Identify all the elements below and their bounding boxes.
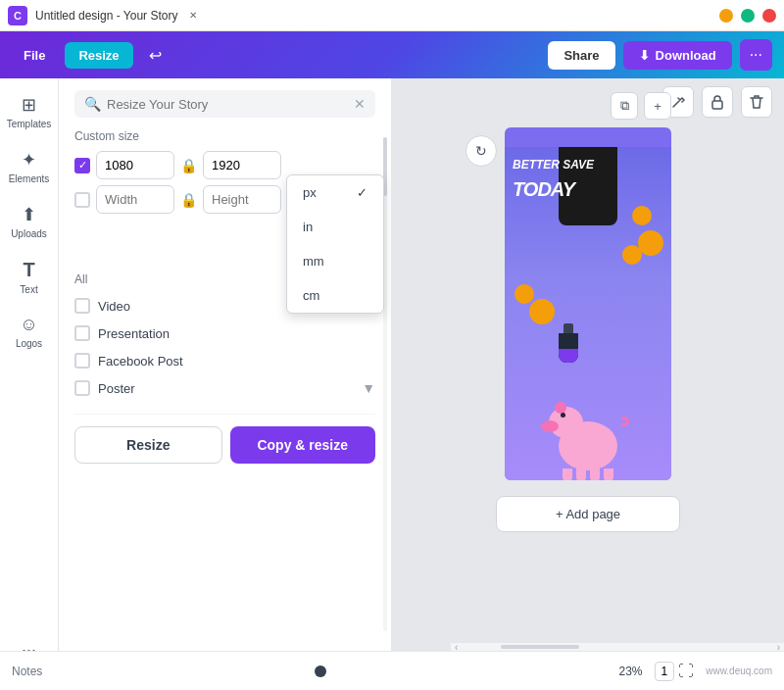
download-btn[interactable]: ⬇ Download <box>623 41 732 70</box>
second-size-checkbox[interactable] <box>74 192 90 208</box>
window-controls <box>719 9 776 23</box>
unit-option-px[interactable]: px ✓ <box>287 175 383 210</box>
width-input[interactable] <box>96 151 174 179</box>
uploads-icon: ⬆ <box>22 204 36 225</box>
height-input[interactable] <box>203 151 281 179</box>
close-btn[interactable] <box>762 9 776 23</box>
bottom-scrollbar: ‹ › <box>451 643 784 651</box>
canvas-text-better: BETTER SAVE <box>513 159 594 172</box>
search-input[interactable] <box>107 97 354 112</box>
poster-checkbox[interactable] <box>74 380 90 396</box>
presentation-label: Presentation <box>98 326 170 341</box>
sidebar-item-templates[interactable]: ⊞ Templates <box>4 86 55 137</box>
maximize-btn[interactable] <box>741 9 755 23</box>
canvas-text-today: TODAY <box>513 178 574 201</box>
unit-cm-label: cm <box>303 288 319 303</box>
tab-close-btn[interactable]: ✕ <box>185 8 201 24</box>
flask <box>559 323 578 363</box>
sidebar-item-elements-label: Elements <box>9 173 50 184</box>
tab-title: Untitled design - Your Story <box>35 9 177 23</box>
fullscreen-btn[interactable]: ⛶ <box>678 663 694 680</box>
unit-px-label: px <box>303 185 317 200</box>
elements-icon: ✦ <box>22 149 36 171</box>
sidebar-item-uploads[interactable]: ⬆ Uploads <box>4 196 55 247</box>
notes-label: Notes <box>12 665 42 678</box>
resize-option-facebook-post[interactable]: Facebook Post <box>74 347 375 374</box>
resize-option-presentation[interactable]: Presentation <box>74 320 375 347</box>
text-icon: T <box>23 259 34 281</box>
sidebar-item-logos[interactable]: ☺ Logos <box>4 307 55 357</box>
top-toolbar: File Resize ↩ Share ⬇ Download ··· <box>0 31 784 78</box>
lock-canvas-btn[interactable] <box>702 86 733 118</box>
video-label: Video <box>98 299 130 314</box>
add-page-btn[interactable]: + Add page <box>496 496 680 532</box>
height-input-2[interactable] <box>203 185 281 214</box>
resize-action-btn[interactable]: Resize <box>74 426 222 464</box>
video-checkbox[interactable] <box>74 298 90 314</box>
resize-option-poster[interactable]: Poster ▼ <box>74 374 375 402</box>
unit-option-cm[interactable]: cm <box>287 278 383 313</box>
refresh-btn[interactable]: ↻ <box>466 135 497 167</box>
canvas-top-icons: ⧉ + <box>611 92 671 120</box>
sidebar-item-uploads-label: Uploads <box>11 228 47 239</box>
sidebar-item-text[interactable]: T Text <box>4 251 55 303</box>
secondary-toolbar <box>662 86 772 118</box>
page-indicator-btn[interactable]: 1 <box>655 662 675 681</box>
search-bar[interactable]: 🔍 ✕ <box>74 90 375 118</box>
sidebar-item-logos-label: Logos <box>16 338 42 349</box>
svg-rect-0 <box>712 101 722 109</box>
add-canvas-btn[interactable]: + <box>644 92 671 120</box>
resize-panel: 🔍 ✕ Custom size ✓ 🔒 🔒 px ✓ in <box>59 78 392 690</box>
coin-2 <box>638 230 663 256</box>
logos-icon: ☺ <box>20 315 37 335</box>
zoom-level: 23% <box>618 665 642 678</box>
presentation-checkbox[interactable] <box>74 325 90 341</box>
sidebar-item-elements[interactable]: ✦ Elements <box>4 141 55 192</box>
left-sidebar: ⊞ Templates ✦ Elements ⬆ Uploads T Text … <box>0 78 59 690</box>
download-icon: ⬇ <box>639 48 650 63</box>
canvas-wrapper: ↻ ⧉ + BETTER SAVE TODAY <box>505 127 671 480</box>
clear-search-icon[interactable]: ✕ <box>354 96 366 112</box>
share-btn[interactable]: Share <box>548 41 614 70</box>
file-menu-btn[interactable]: File <box>12 42 57 69</box>
coin-5 <box>529 299 555 324</box>
unit-option-in[interactable]: in <box>287 210 383 244</box>
canvas-area: ↻ ⧉ + BETTER SAVE TODAY <box>392 78 784 690</box>
coin-4 <box>514 284 534 304</box>
poster-chevron: ▼ <box>362 380 375 396</box>
sidebar-item-templates-label: Templates <box>7 119 52 129</box>
scroll-thumb[interactable] <box>501 645 579 649</box>
app-logo: C <box>8 6 27 25</box>
undo-btn[interactable]: ↩ <box>141 42 170 69</box>
lock-icon-2: 🔒 <box>180 192 197 208</box>
width-input-2[interactable] <box>96 185 174 214</box>
unit-in-label: in <box>303 220 313 234</box>
title-bar: C Untitled design - Your Story ✕ <box>0 0 784 31</box>
custom-size-label: Custom size <box>74 129 375 143</box>
more-options-btn[interactable]: ··· <box>740 39 772 71</box>
search-icon: 🔍 <box>84 96 101 112</box>
minimize-btn[interactable] <box>719 9 733 23</box>
resize-btn[interactable]: Resize <box>65 42 132 69</box>
canvas-image[interactable]: BETTER SAVE TODAY <box>505 127 671 480</box>
poster-label: Poster <box>98 381 135 396</box>
coin-1 <box>632 206 652 225</box>
canvas-content: BETTER SAVE TODAY <box>505 147 671 480</box>
unit-mm-label: mm <box>303 254 324 269</box>
progress-dot <box>315 665 326 677</box>
coin-3 <box>622 245 642 265</box>
unit-px-check: ✓ <box>357 185 368 200</box>
unit-dropdown[interactable]: px ✓ in mm cm <box>286 174 384 314</box>
main-layout: ⊞ Templates ✦ Elements ⬆ Uploads T Text … <box>0 78 784 690</box>
piggy-bank <box>549 407 627 470</box>
copy-resize-btn[interactable]: Copy & resize <box>230 426 376 464</box>
custom-size-checkbox[interactable]: ✓ <box>74 158 90 173</box>
trash-btn[interactable] <box>741 86 772 118</box>
actions-row: Resize Copy & resize <box>74 414 375 464</box>
watermark: www.deuq.com <box>706 665 772 676</box>
facebook-post-label: Facebook Post <box>98 354 183 369</box>
unit-option-mm[interactable]: mm <box>287 244 383 278</box>
copy-canvas-btn[interactable]: ⧉ <box>611 92 638 120</box>
lock-icon[interactable]: 🔒 <box>180 158 197 173</box>
facebook-post-checkbox[interactable] <box>74 353 90 369</box>
